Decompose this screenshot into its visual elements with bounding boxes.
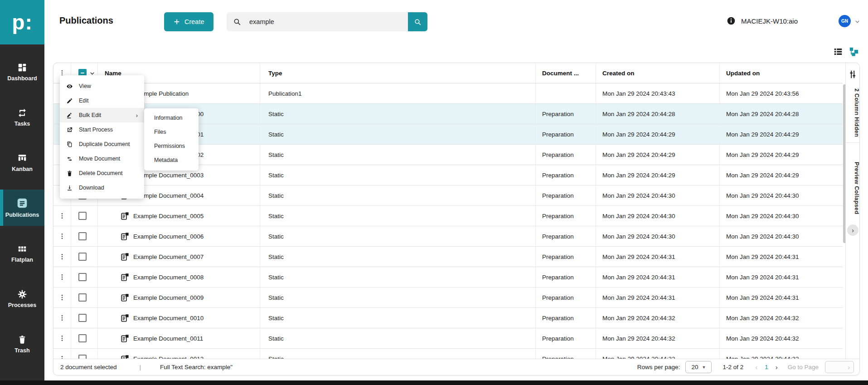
page-number[interactable]: 1	[765, 364, 768, 370]
tune-icon[interactable]	[848, 69, 858, 79]
menu-item-start-process[interactable]: Start Process	[60, 122, 144, 137]
expand-preview-button[interactable]: ›	[847, 224, 858, 236]
column-header-type: Type	[260, 63, 536, 83]
row-checkbox[interactable]	[78, 293, 87, 302]
row-checkbox-cell	[71, 349, 98, 360]
kebab-menu-icon[interactable]	[58, 233, 66, 240]
sidebar-item-tasks[interactable]: Tasks	[0, 101, 44, 134]
table-row[interactable]: Example Document_0008StaticPreparationMo…	[53, 267, 843, 288]
sidebar-item-trash[interactable]: Trash	[0, 327, 44, 361]
create-button[interactable]: Create	[164, 12, 213, 31]
table-row[interactable]: Example Document_0011StaticPreparationMo…	[53, 328, 843, 349]
row-checkbox-cell	[71, 308, 98, 328]
document-type: Static	[260, 124, 536, 144]
submenu-item-information[interactable]: Information	[144, 111, 199, 125]
kebab-menu-icon[interactable]	[58, 273, 66, 281]
table-row[interactable]: Example Document_0007StaticPreparationMo…	[53, 247, 843, 267]
document-type: Static	[260, 104, 536, 124]
row-checkbox[interactable]	[78, 314, 87, 322]
created-on-text: Mon Jan 29 2024 20:44:30	[602, 233, 675, 240]
tree-view-icon[interactable]	[849, 47, 859, 57]
table-row[interactable]: Example Document_0005StaticPreparationMo…	[53, 206, 843, 226]
search-input[interactable]	[249, 18, 402, 25]
document-name-cell: Example Document_0010	[98, 308, 260, 328]
trash-icon	[66, 170, 73, 177]
table-row[interactable]: Example PublicationPublication1Mon Jan 2…	[53, 83, 843, 104]
document-type-text: Static	[268, 111, 284, 117]
sidebar-item-publications[interactable]: Publications	[0, 190, 44, 226]
document-type-text: Static	[268, 315, 284, 322]
document-status: Preparation	[536, 267, 596, 287]
menu-item-download[interactable]: Download	[60, 180, 144, 195]
document-name-cell: Example Document_0012	[98, 349, 260, 360]
document-status-text: Preparation	[542, 315, 574, 322]
search-submit-button[interactable]	[408, 12, 427, 31]
info-icon[interactable]	[727, 16, 736, 25]
next-page-button[interactable]: ›	[776, 363, 778, 371]
sidebar-item-processes[interactable]: Processes	[0, 282, 44, 316]
submenu-item-metadata[interactable]: Metadata	[144, 153, 199, 167]
table-row[interactable]: Example Document_0006StaticPreparationMo…	[53, 226, 843, 247]
table-row[interactable]: Example Document_0009StaticPreparationMo…	[53, 288, 843, 308]
menu-item-edit[interactable]: Edit	[60, 93, 144, 108]
row-checkbox[interactable]	[78, 212, 87, 220]
menu-item-move-document[interactable]: Move Document	[60, 151, 144, 166]
sidebar-item-dashboard[interactable]: Dashboard	[0, 55, 44, 89]
table-row[interactable]: Example Document_0012StaticPreparationMo…	[53, 349, 843, 360]
table-row[interactable]: Example Document_0004StaticPreparationMo…	[53, 185, 843, 206]
trash-icon	[17, 335, 27, 345]
sidebar-item-kanban[interactable]: Kanban	[0, 146, 44, 180]
updated-on: Mon Jan 29 2024 20:44:32	[720, 328, 843, 348]
document-icon	[121, 293, 129, 302]
document-status-text: Preparation	[542, 274, 574, 281]
menu-item-view[interactable]: View	[60, 79, 144, 93]
submenu-item-permissions[interactable]: Permissions	[144, 139, 199, 153]
table-row[interactable]: Example Document_0010StaticPreparationMo…	[53, 308, 843, 328]
document-type: Static	[260, 145, 536, 165]
right-rail: 2 Column Hidden Preview Collapsed ›	[845, 63, 859, 360]
rows-per-page-select[interactable]: 20 ▼	[685, 361, 712, 373]
row-menu-cell	[53, 308, 71, 328]
row-menu-cell	[53, 267, 71, 287]
row-checkbox[interactable]	[78, 273, 87, 281]
previous-page-button[interactable]: ‹	[755, 363, 757, 371]
updated-on: Mon Jan 29 2024 20:44:29	[720, 145, 843, 165]
sidebar-item-flatplan[interactable]: Flatplan	[0, 237, 44, 270]
row-menu-cell	[53, 288, 71, 307]
menu-item-bulk-edit[interactable]: Bulk Edit›	[60, 108, 144, 122]
row-checkbox[interactable]	[78, 334, 87, 342]
row-checkbox-cell	[71, 226, 98, 246]
kebab-menu-icon[interactable]	[58, 212, 66, 219]
context-menu: ViewEditBulk Edit›Start ProcessDuplicate…	[60, 75, 144, 199]
list-view-icon[interactable]	[833, 47, 843, 57]
account-menu[interactable]: GN	[839, 15, 860, 27]
go-to-page-input[interactable]: ›	[825, 361, 854, 373]
menu-item-delete-document[interactable]: Delete Document	[60, 166, 144, 180]
row-menu-cell	[53, 349, 71, 360]
menu-item-label: Download	[79, 185, 104, 191]
row-checkbox[interactable]	[78, 232, 87, 240]
kebab-menu-icon[interactable]	[58, 314, 66, 322]
updated-on-text: Mon Jan 29 2024 20:44:31	[726, 294, 799, 301]
updated-on: Mon Jan 29 2024 20:44:28	[720, 104, 843, 124]
menu-item-duplicate-document[interactable]: Duplicate Document	[60, 137, 144, 151]
row-checkbox[interactable]	[78, 253, 87, 261]
avatar[interactable]: GN	[839, 15, 851, 27]
document-status: Preparation	[536, 104, 596, 124]
column-header-document-status: Document ...	[536, 63, 596, 83]
kebab-menu-icon[interactable]	[58, 335, 66, 342]
submenu-item-files[interactable]: Files	[144, 125, 199, 139]
flatplan-icon	[17, 244, 27, 254]
kebab-menu-icon[interactable]	[58, 294, 66, 301]
updated-on: Mon Jan 29 2024 20:44:31	[720, 288, 843, 307]
footer-left: 2 document selected | Full Text Search: …	[53, 364, 233, 370]
host-name: MACIEJK-W10:aio	[741, 17, 798, 25]
updated-on: Mon Jan 29 2024 20:44:32	[720, 349, 843, 360]
created-on: Mon Jan 29 2024 20:44:29	[596, 165, 720, 185]
kebab-menu-icon[interactable]	[58, 253, 66, 260]
go-to-page-submit-icon[interactable]: ›	[848, 364, 850, 371]
app-logo[interactable]: p:	[0, 0, 44, 44]
host-info: MACIEJK-W10:aio	[727, 16, 798, 25]
created-on: Mon Jan 29 2024 20:44:28	[596, 104, 720, 124]
document-status-text: Preparation	[542, 172, 574, 179]
